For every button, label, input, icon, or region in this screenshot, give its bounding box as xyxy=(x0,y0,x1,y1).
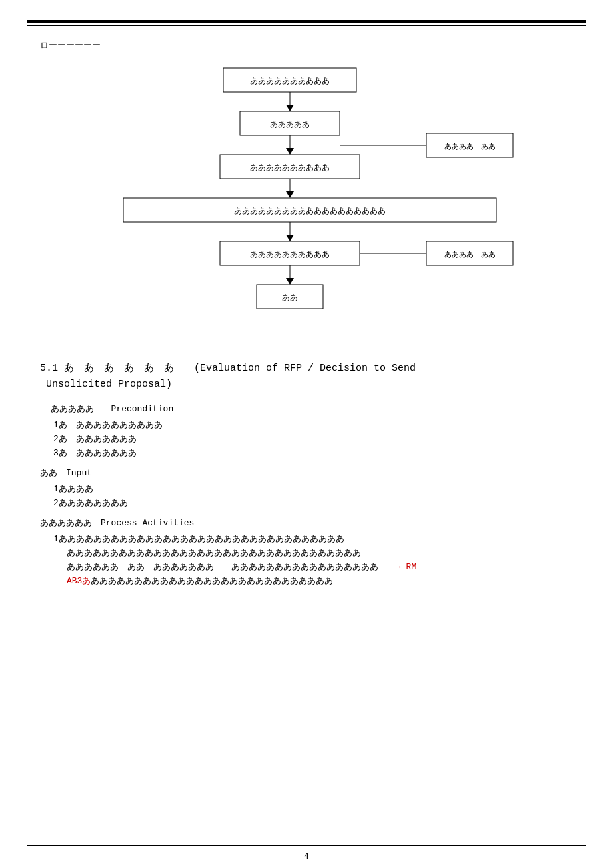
process-sub2-normal: ああああああ ああ あああああああ あああああああああああああああああ xyxy=(67,562,396,572)
precondition-title: あああああ Precondition xyxy=(40,403,573,415)
svg-text:ああ: ああ xyxy=(282,293,298,303)
process-sub2-red: → RM xyxy=(396,562,416,572)
top-border-line1 xyxy=(27,20,586,23)
svg-text:ああああ　ああ: ああああ ああ xyxy=(444,251,496,259)
process-label: ああああああ Process Activities xyxy=(40,517,573,529)
precondition-section: あああああ Precondition 1あ ああああああああああ 2あ ああああ… xyxy=(40,403,573,459)
flowchart-label: ローーーーーー xyxy=(40,39,573,51)
precondition-item-1: 1あ ああああああああああ xyxy=(53,419,573,431)
svg-text:ああああああああああ: ああああああああああ xyxy=(250,250,330,259)
precondition-item-2: 2あ あああああああ xyxy=(53,433,573,445)
main-content: ローーーーーー ああああああああああ あああああ ああああ ああ xyxy=(0,26,613,608)
process-item-1-sub1: ああああああああああああああああああああああああああああああああああ xyxy=(67,547,573,559)
section51-heading: 5.1 あ あ あ あ あ あ (Evaluation of RFP / Dec… xyxy=(40,361,573,393)
svg-marker-18 xyxy=(286,235,294,241)
svg-text:あああああああああああああああああああ: あああああああああああああああああああ xyxy=(234,207,386,216)
svg-marker-25 xyxy=(286,278,294,285)
bottom-border: 4 xyxy=(0,845,613,861)
precondition-item-3: 3あ あああああああ xyxy=(53,447,573,459)
bottom-border-line xyxy=(27,845,586,846)
svg-marker-3 xyxy=(286,105,294,111)
process-sub3-normal: ああああああああああああああああああああああああああああ xyxy=(91,576,333,586)
svg-text:ああああああああああ: ああああああああああ xyxy=(250,77,330,86)
svg-text:ああああああああああ: ああああああああああ xyxy=(250,163,330,173)
flowchart-container: ああああああああああ あああああ ああああ ああ ああああああああああ xyxy=(73,61,540,344)
process-item-1-sub2: ああああああ ああ あああああああ あああああああああああああああああ → RM xyxy=(67,561,573,573)
top-border xyxy=(0,20,613,26)
svg-text:ああああ　ああ: ああああ ああ xyxy=(444,143,496,151)
input-item-2: 2ああああああああ xyxy=(53,497,573,509)
page: ローーーーーー ああああああああああ あああああ ああああ ああ xyxy=(0,20,613,868)
svg-marker-14 xyxy=(286,191,294,198)
input-item-1: 1ああああ xyxy=(53,483,573,495)
section51-heading-text: 5.1 あ あ あ あ あ あ (Evaluation of RFP / Dec… xyxy=(40,363,416,374)
input-label: ああ Input xyxy=(40,467,573,479)
section51-heading-text2: Unsolicited Proposal) xyxy=(40,379,172,390)
svg-text:あああああ: あああああ xyxy=(270,120,310,129)
precondition-label-text: あああああ Precondition xyxy=(51,404,174,414)
process-item-1-main: 1あああああああああああああああああああああああああああああああああ xyxy=(53,533,573,545)
input-section: ああ Input 1ああああ 2ああああああああ xyxy=(40,467,573,509)
svg-marker-10 xyxy=(286,148,294,155)
page-number: 4 xyxy=(27,851,586,861)
process-section: ああああああ Process Activities 1あああああああああああああ… xyxy=(40,517,573,587)
process-item-1-sub3: AB3あああああああああああああああああああああああああああああ xyxy=(67,575,573,587)
flowchart-svg: ああああああああああ あああああ ああああ ああ ああああああああああ xyxy=(73,61,540,341)
process-sub3-red: AB3あ xyxy=(67,576,91,586)
